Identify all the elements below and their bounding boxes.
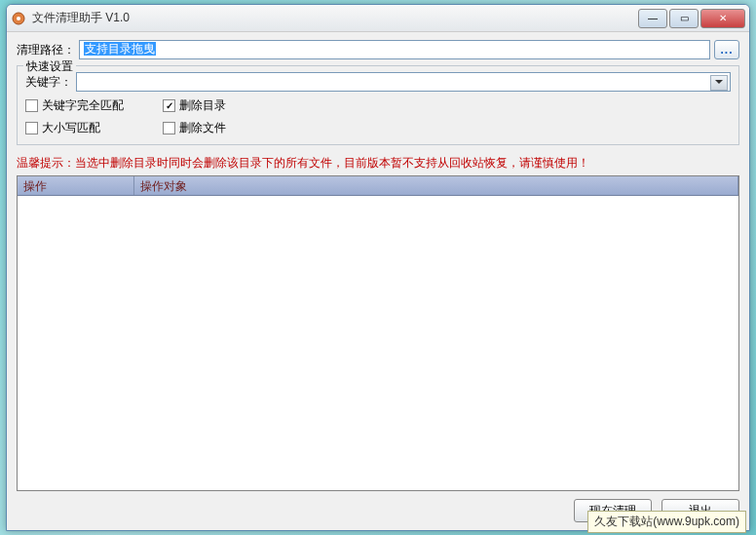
checkbox-icon: [163, 122, 175, 134]
path-input[interactable]: 支持目录拖曳: [79, 40, 710, 59]
minimize-button[interactable]: —: [638, 9, 667, 28]
list-header: 操作 操作对象: [18, 176, 738, 196]
app-icon: [11, 11, 26, 26]
list-body: [18, 196, 738, 490]
warning-body: 当选中删除目录时同时会删除该目录下的所有文件，目前版本暂不支持从回收站恢复，请谨…: [75, 156, 589, 170]
titlebar[interactable]: 文件清理助手 V1.0 — ▭ ✕: [7, 5, 749, 32]
path-row: 清理路径： 支持目录拖曳 ...: [17, 40, 739, 59]
window-title: 文件清理助手 V1.0: [32, 10, 636, 26]
check-case-match[interactable]: 大小写匹配: [25, 120, 124, 136]
check-label: 删除目录: [179, 97, 226, 114]
close-button[interactable]: ✕: [700, 9, 745, 28]
browse-button[interactable]: ...: [714, 40, 739, 59]
path-value: 支持目录拖曳: [84, 42, 156, 56]
window-controls: — ▭ ✕: [636, 9, 745, 28]
path-label: 清理路径：: [17, 42, 75, 58]
watermark: 久友下载站(www.9upk.com): [587, 511, 746, 533]
app-window: 文件清理助手 V1.0 — ▭ ✕ 清理路径： 支持目录拖曳 ... 快速设置 …: [6, 4, 750, 531]
checkbox-icon: [25, 99, 38, 112]
result-list[interactable]: 操作 操作对象: [17, 175, 739, 491]
warning-label: 温馨提示：: [17, 156, 75, 170]
keyword-combo[interactable]: [76, 72, 731, 92]
checkbox-grid: 关键字完全匹配 大小写匹配 删除目录 删除文件: [25, 97, 731, 136]
chevron-down-icon: [715, 80, 723, 84]
client-area: 清理路径： 支持目录拖曳 ... 快速设置 关键字： 关键字完全匹配: [7, 32, 749, 530]
svg-point-1: [17, 17, 20, 20]
maximize-button[interactable]: ▭: [669, 9, 699, 28]
checkbox-icon: [163, 99, 175, 112]
check-label: 关键字完全匹配: [42, 97, 124, 114]
checkbox-icon: [25, 122, 38, 134]
keyword-row: 关键字：: [25, 72, 731, 92]
check-full-match[interactable]: 关键字完全匹配: [25, 97, 124, 114]
col-operation[interactable]: 操作: [18, 176, 134, 195]
check-label: 删除文件: [179, 120, 226, 136]
keyword-label: 关键字：: [25, 74, 72, 91]
col-target[interactable]: 操作对象: [134, 176, 738, 195]
group-title: 快速设置: [23, 58, 76, 75]
check-delete-file[interactable]: 删除文件: [163, 120, 226, 136]
warning-text: 温馨提示：当选中删除目录时同时会删除该目录下的所有文件，目前版本暂不支持从回收站…: [17, 155, 739, 172]
check-label: 大小写匹配: [42, 120, 100, 136]
check-delete-dir[interactable]: 删除目录: [163, 97, 226, 114]
quick-settings-group: 快速设置 关键字： 关键字完全匹配 大小写匹配: [17, 65, 739, 145]
